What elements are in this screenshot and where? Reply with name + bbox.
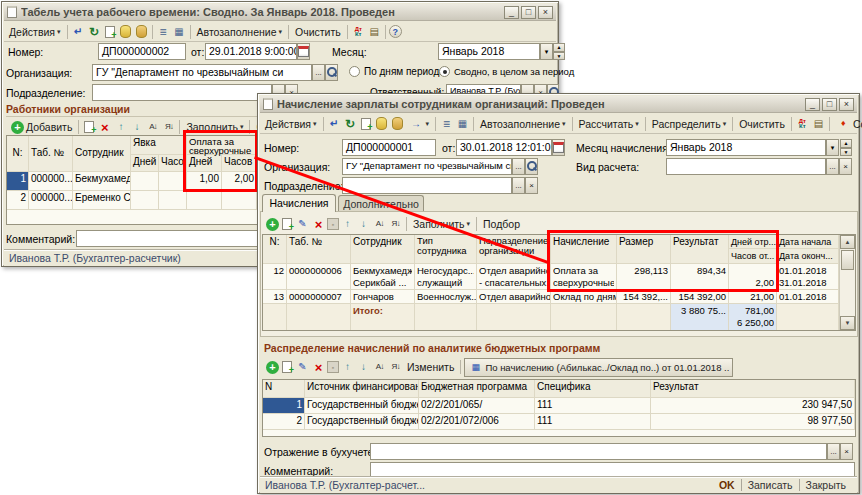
sort-ascending-icon[interactable]: А↓ — [372, 360, 387, 375]
col-header-emp[interactable]: Сотрудник — [73, 136, 131, 171]
number-field[interactable]: ДП000000002 — [98, 43, 186, 60]
refresh-icon[interactable]: ↻ — [87, 24, 102, 39]
autofill-button[interactable]: Автозаполнение▾ — [194, 25, 286, 39]
department-clear-button[interactable]: × — [525, 177, 538, 194]
close-button[interactable]: × — [538, 6, 553, 19]
reflection-clear-button[interactable]: × — [840, 443, 853, 460]
refresh-icon[interactable]: ↻ — [343, 116, 358, 131]
move-down-icon[interactable]: ↓ — [356, 360, 371, 375]
organization-select-button[interactable]: ... — [512, 158, 525, 175]
spin-up-icon[interactable]: ▲ — [553, 43, 565, 52]
sort-descending-icon[interactable]: Я↓ — [388, 217, 403, 232]
journal-icon[interactable]: ▤ — [367, 24, 382, 39]
col-header-program[interactable]: Бюджетная программа — [419, 380, 535, 397]
unpost-document-icon[interactable] — [392, 117, 403, 130]
table-row[interactable]: 1 Государственный бюджет 02/2/201/065/ 1… — [263, 398, 855, 414]
delete-row-icon[interactable]: × — [97, 120, 112, 135]
organization-open-button[interactable] — [525, 158, 538, 175]
distribute-button[interactable]: Распределить▾ — [649, 117, 729, 131]
copy-document-icon[interactable]: + — [361, 118, 371, 130]
col-header-num[interactable]: N: — [7, 136, 29, 171]
calendar-button[interactable] — [297, 43, 310, 60]
vertical-scrollbar[interactable]: ▲ ▼ — [839, 235, 855, 330]
actions-menu-button[interactable]: Действия▾ — [6, 25, 64, 39]
post-document-icon[interactable] — [376, 117, 387, 130]
reflection-select-button[interactable]: ... — [827, 443, 840, 460]
actions-menu-button[interactable]: Действия▾ — [262, 117, 320, 131]
pick-button[interactable]: Подбор — [480, 217, 523, 231]
add-row-button[interactable]: +Добавить — [8, 120, 75, 135]
table-row[interactable]: 13 0000000007 Гончаров Военнослуж... Отд… — [263, 290, 839, 304]
col-header-spec[interactable]: Специфика — [535, 380, 651, 397]
tips-button[interactable]: ♦Советы — [833, 115, 862, 132]
close-button[interactable]: × — [839, 98, 854, 111]
department-select-button[interactable]: ... — [512, 177, 525, 194]
col-header-num[interactable]: N: — [263, 235, 287, 263]
dtkt-postings-icon[interactable]: ДтКт — [351, 24, 366, 39]
add-row-icon[interactable]: + — [266, 361, 279, 374]
move-up-icon[interactable]: ↑ — [113, 120, 128, 135]
organization-select-button[interactable]: ... — [312, 64, 325, 81]
month-spinner[interactable]: ▲ ▼ — [553, 43, 565, 60]
move-up-icon[interactable]: ↑ — [340, 217, 355, 232]
calc-type-field[interactable] — [666, 158, 826, 175]
edit-row-icon[interactable]: ✎ — [295, 217, 310, 232]
journal-icon[interactable]: ▤ — [811, 116, 826, 131]
col-header-source[interactable]: Источник финансирования — [305, 380, 419, 397]
sort-descending-icon[interactable]: Я↓ — [388, 360, 403, 375]
col-header-emp[interactable]: Сотрудник — [351, 235, 415, 263]
copy-row-icon[interactable]: + — [282, 361, 292, 373]
copy-row-icon[interactable]: + — [84, 121, 94, 133]
col-group-attendance[interactable]: Явка Дней Часов — [131, 136, 187, 171]
department-field[interactable] — [92, 84, 272, 101]
sort-ascending-icon[interactable]: А↓ — [372, 217, 387, 232]
sort-descending-icon[interactable]: Я↓ — [161, 120, 176, 135]
col-header-tab[interactable]: Таб. № — [29, 136, 73, 171]
minimize-button[interactable]: _ — [805, 98, 820, 111]
month-field[interactable]: Январь 2018 — [438, 43, 540, 60]
col-header-type[interactable]: Тип сотрудника — [415, 235, 477, 263]
save-icon[interactable]: ↵ — [71, 24, 86, 39]
calc-type-clear-button[interactable]: × — [839, 158, 852, 175]
copy-document-icon[interactable]: + — [105, 26, 115, 38]
spin-up-icon[interactable]: ▲ — [840, 139, 852, 148]
write-button[interactable]: Записать — [742, 479, 799, 491]
distribution-filter-button[interactable]: ▦ По начислению (Абилькас../Оклад по..) … — [464, 358, 733, 377]
radio-by-days[interactable]: По дням периода — [349, 66, 445, 77]
delete-row-icon[interactable]: × — [311, 360, 326, 375]
col-header-result[interactable]: Результат — [651, 380, 855, 397]
change-button[interactable]: Изменить — [404, 360, 457, 374]
scrollbar-thumb[interactable] — [841, 250, 854, 270]
month-dropdown-button[interactable]: ▾ — [540, 43, 553, 60]
organization-field[interactable]: ГУ "Департамент по чрезвычайным ситуация… — [342, 158, 512, 175]
calc-type-select-button[interactable]: ... — [826, 158, 839, 175]
list-settings-icon[interactable]: ≡ — [156, 24, 171, 39]
clear-button[interactable]: Очистить — [736, 117, 788, 131]
maximize-button[interactable]: □ — [521, 6, 536, 19]
clear-button[interactable]: Очистить — [292, 25, 344, 39]
maximize-button[interactable]: □ — [822, 98, 837, 111]
organization-field[interactable]: ГУ "Департамент по чрезвычайным си — [92, 64, 312, 81]
col-header-num[interactable]: N — [263, 380, 305, 397]
col-header-dates[interactable]: Дата начала Дата оконч... — [777, 235, 839, 263]
add-row-icon[interactable]: + — [266, 218, 279, 231]
titlebar-salary[interactable]: Начисление зарплаты сотрудникам организа… — [260, 96, 857, 113]
radio-summary-period[interactable]: Сводно, в целом за период — [439, 66, 574, 77]
move-up-icon[interactable]: ↑ — [340, 360, 355, 375]
date-field[interactable]: 29.01.2018 9:00:00 — [205, 43, 297, 60]
scroll-down-icon[interactable]: ▼ — [840, 316, 855, 330]
spin-down-icon[interactable]: ▼ — [840, 148, 852, 157]
month-spinner[interactable]: ▲ ▼ — [840, 139, 852, 156]
go-to-button[interactable]: →▾ — [406, 115, 433, 132]
sort-ascending-icon[interactable]: А↓ — [145, 120, 160, 135]
move-down-icon[interactable]: ↓ — [356, 217, 371, 232]
move-down-icon[interactable]: ↓ — [129, 120, 144, 135]
month-dropdown-button[interactable]: ▾ — [826, 139, 839, 156]
scroll-up-icon[interactable]: ▲ — [840, 235, 855, 249]
list-settings-icon[interactable]: ≡ — [439, 116, 454, 131]
post-document-icon[interactable] — [120, 25, 131, 38]
table-settings-icon[interactable]: ▦ — [455, 116, 470, 131]
copy-row-icon[interactable]: + — [282, 218, 292, 230]
tab-accruals[interactable]: Начисления — [262, 194, 336, 212]
help-icon[interactable]: ? — [389, 25, 402, 38]
